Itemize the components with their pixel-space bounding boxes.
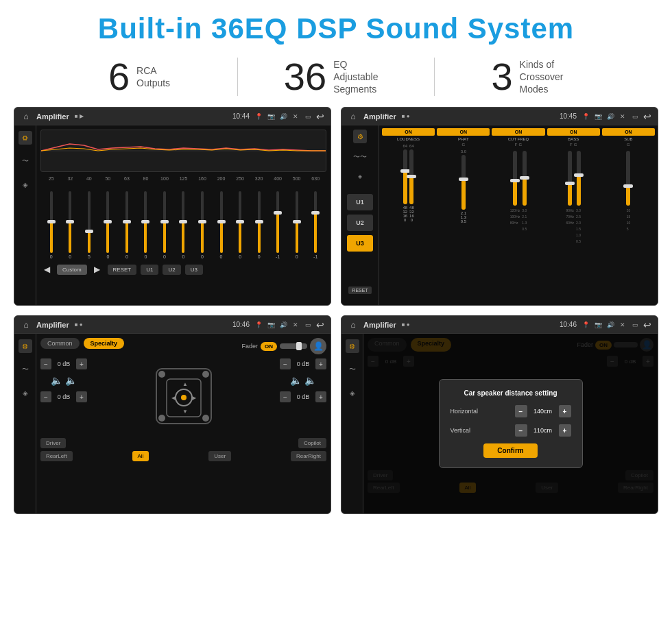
eq-icon-2[interactable]: ⚙ — [353, 130, 367, 143]
eq-slider-11[interactable]: 0 — [250, 191, 269, 259]
vertical-plus-btn[interactable]: + — [559, 424, 571, 437]
loudness-toggle[interactable]: ON — [382, 128, 435, 136]
horizontal-minus-btn[interactable]: − — [515, 405, 527, 417]
eq-icon-3[interactable]: ⚙ — [19, 339, 32, 353]
eq-slider-14[interactable]: -1 — [306, 191, 325, 259]
tr-minus-btn[interactable]: − — [280, 358, 291, 369]
freq-630: 630 — [306, 176, 325, 181]
home-icon[interactable]: ⌂ — [20, 110, 32, 123]
eq-slider-1[interactable]: 0 — [61, 191, 80, 259]
eq-slider-13[interactable]: 0 — [287, 191, 307, 259]
phat-toggle[interactable]: ON — [437, 128, 490, 136]
rearright-btn[interactable]: RearRight — [291, 451, 326, 461]
tl-minus-btn[interactable]: − — [40, 358, 51, 369]
speaker-icon-4[interactable]: ◈ — [346, 386, 359, 400]
topbar-time-2: 10:45 📍 📷 🔊 ✕ ▭ ↩ — [560, 112, 652, 121]
back-icon-2[interactable]: ↩ — [643, 112, 652, 121]
phat-slider[interactable] — [461, 155, 466, 210]
speaker-icon-3[interactable]: ◈ — [19, 386, 32, 400]
u1-crossover-btn[interactable]: U1 — [347, 194, 373, 210]
cutfreq-slider1[interactable] — [513, 151, 517, 206]
back-icon[interactable]: ↩ — [315, 112, 325, 121]
fader-toggle[interactable]: ON — [261, 342, 277, 351]
user-btn[interactable]: User — [208, 451, 231, 461]
eq-freq-labels: 25 32 40 50 63 80 100 125 160 200 250 32… — [40, 176, 326, 181]
vertical-minus-btn[interactable]: − — [515, 424, 527, 437]
wave-icon[interactable]: 〜 — [19, 154, 32, 168]
u2-crossover-btn[interactable]: U2 — [347, 215, 373, 231]
tr-plus-btn[interactable]: + — [315, 358, 326, 369]
eq-slider-10[interactable]: 0 — [230, 191, 250, 259]
eq-icon[interactable]: ⚙ — [19, 131, 32, 145]
cutfreq-slider2[interactable] — [523, 151, 527, 206]
loudness-label: LOUDNESS — [397, 137, 420, 141]
copilot-btn[interactable]: Copilot — [298, 438, 326, 448]
home-icon-2[interactable]: ⌂ — [347, 110, 359, 123]
channel-cutfreq: ON CUT FREQ F G 120Hz100Hz80Hz — [492, 128, 544, 243]
driver-btn[interactable]: Driver — [40, 438, 66, 448]
sub-slider[interactable] — [626, 151, 630, 206]
dialog-vertical-row: Vertical − 110cm + — [451, 424, 571, 437]
freq-125: 125 — [174, 176, 193, 181]
br-minus-btn[interactable]: − — [280, 391, 291, 402]
common-tab[interactable]: Common — [40, 338, 80, 349]
volume-icon-3: 🔊 — [278, 320, 288, 330]
loudness-slider2[interactable] — [409, 149, 413, 204]
svg-point-10 — [202, 371, 209, 378]
back-icon-3[interactable]: ↩ — [315, 320, 325, 330]
home-icon-3[interactable]: ⌂ — [20, 319, 32, 331]
bass-slider1[interactable] — [568, 151, 572, 206]
tl-plus-btn[interactable]: + — [76, 358, 87, 369]
eq-slider-6[interactable]: 0 — [155, 191, 174, 259]
svg-point-9 — [158, 371, 165, 378]
horizontal-plus-btn[interactable]: + — [559, 405, 571, 417]
next-btn[interactable]: ▶ — [91, 263, 104, 276]
eq-slider-4[interactable]: 0 — [117, 191, 136, 259]
bl-minus-btn[interactable]: − — [40, 391, 51, 402]
vertical-value: 110cm — [530, 427, 556, 434]
eq-slider-5[interactable]: 0 — [136, 191, 156, 259]
prev-btn[interactable]: ◀ — [40, 263, 53, 276]
u3-btn[interactable]: U3 — [185, 265, 203, 275]
cross-icon[interactable]: ◈ — [353, 169, 367, 183]
cutfreq-toggle[interactable]: ON — [492, 128, 544, 136]
eq-slider-3[interactable]: 0 — [99, 191, 118, 259]
bl-plus-btn[interactable]: + — [76, 391, 87, 402]
u1-btn[interactable]: U1 — [141, 265, 158, 275]
wave-icon-4[interactable]: 〜 — [346, 363, 359, 376]
bass-toggle[interactable]: ON — [547, 128, 600, 136]
eq-slider-2[interactable]: 5 — [80, 191, 99, 259]
wave-icon-3[interactable]: 〜 — [19, 363, 32, 376]
wave-icon-2[interactable]: 〜〜 — [353, 150, 367, 164]
screen-dialog-title: Amplifier — [363, 321, 396, 329]
u2-btn[interactable]: U2 — [163, 265, 180, 275]
speaker-icon[interactable]: ◈ — [19, 178, 32, 191]
eq-slider-0[interactable]: 0 — [42, 191, 61, 259]
confirm-button[interactable]: Confirm — [483, 443, 537, 458]
rearleft-btn[interactable]: RearLeft — [40, 451, 73, 461]
fader-slider[interactable] — [280, 343, 307, 349]
all-btn[interactable]: All — [132, 451, 149, 461]
home-icon-4[interactable]: ⌂ — [347, 319, 359, 331]
u3-crossover-btn[interactable]: U3 — [347, 235, 373, 252]
back-icon-4[interactable]: ↩ — [643, 320, 652, 330]
sub-toggle[interactable]: ON — [602, 128, 655, 136]
location-icon-3: 📍 — [254, 320, 263, 330]
specialty-tab[interactable]: Specialty — [84, 338, 125, 349]
eq-slider-9[interactable]: 0 — [212, 191, 231, 259]
bass-slider2[interactable] — [577, 151, 581, 206]
reset-btn[interactable]: RESET — [108, 265, 137, 275]
br-plus-btn[interactable]: + — [315, 391, 326, 402]
right-vol-controls: − 0 dB + 🔈 🔈 − 0 dB + — [280, 358, 326, 402]
eq-slider-7[interactable]: 0 — [174, 191, 193, 259]
custom-btn[interactable]: Custom — [57, 265, 87, 275]
screen-eq-sidebar: ⚙ 〜 ◈ — [14, 125, 36, 305]
crossover-reset-btn[interactable]: RESET — [348, 286, 371, 294]
close-icon: ✕ — [291, 112, 300, 121]
eq-slider-8[interactable]: 0 — [193, 191, 212, 259]
eq-icon-4[interactable]: ⚙ — [346, 339, 359, 353]
eq-slider-12[interactable]: -1 — [268, 191, 287, 259]
freq-25: 25 — [42, 176, 61, 181]
screen-fader-body: ⚙ 〜 ◈ Common Specialty Fader ON — [14, 334, 331, 513]
header: Built-in 36EQ DSP Sound System — [0, 0, 672, 52]
